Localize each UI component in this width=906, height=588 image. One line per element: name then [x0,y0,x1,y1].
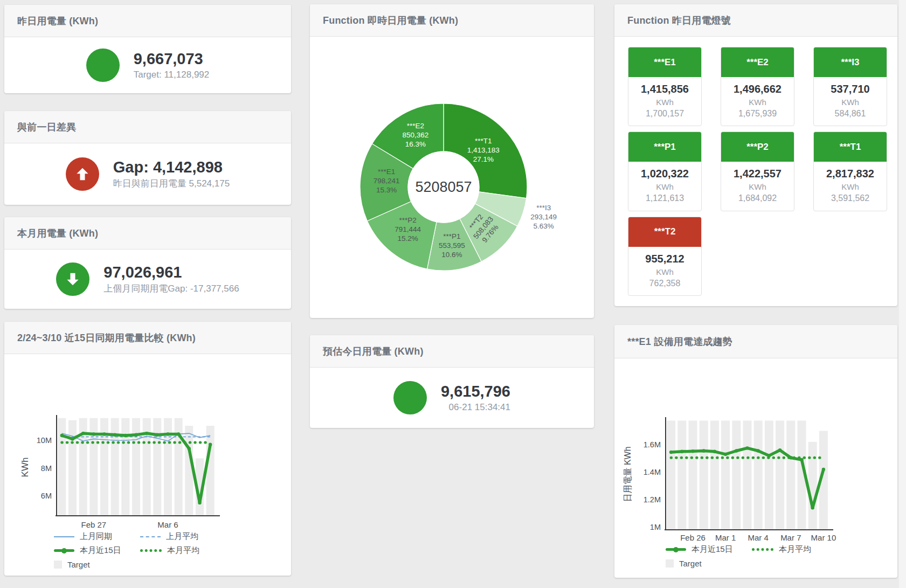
svg-text:Feb 27: Feb 27 [81,520,106,529]
panel-header: 2/24~3/10 近15日同期用電量比較 (KWh) [4,322,291,354]
panel-yesterday-lights: Function 昨日用電燈號 ***E1 1,415,856 KWh 1,70… [614,4,897,306]
svg-text:Mar 4: Mar 4 [748,533,769,542]
stat-value: 97,026,961 [103,263,239,282]
panel-header: ***E1 設備用電達成趨勢 [614,325,897,358]
panel-title: Function 昨日用電燈號 [627,14,731,27]
device-tile-e1: ***E1 1,415,856 KWh 1,700,157 [628,47,702,126]
legend-item[interactable]: Target [54,559,140,570]
tile-unit: KWh [628,266,701,278]
device-tile-e2: ***E2 1,496,662 KWh 1,675,939 [721,47,794,126]
tile-target: 1,684,092 [721,192,794,204]
svg-text:5208057: 5208057 [415,179,472,195]
device-tile-t1: ***T1 2,817,832 KWh 3,591,562 [813,132,887,211]
stat-value: Gap: 4,142,898 [113,158,230,177]
device-tile-p1: ***P1 1,020,322 KWh 1,121,613 [628,132,702,211]
arrow-up-circle-icon [66,157,99,191]
panel-header: 昨日用電量 (KWh) [4,5,291,37]
svg-text:Mar 10: Mar 10 [811,533,836,542]
device-tile-p2: ***P2 1,422,557 KWh 1,684,092 [721,132,794,211]
legend-item[interactable]: 本月近15日 [54,545,140,556]
svg-text:1.4M: 1.4M [644,468,661,476]
legend-item[interactable]: Target [666,558,752,569]
svg-text:日用電量 KWh: 日用電量 KWh [623,446,632,502]
svg-text:1.2M: 1.2M [644,495,661,504]
svg-text:6M: 6M [41,492,52,500]
tile-unit: KWh [814,96,887,108]
status-circle-icon [393,381,427,414]
target-swatch-icon [666,559,674,568]
stat-timestamp: 06-21 15:34:41 [441,402,510,413]
panel-title: 預估今日用電量 (KWh) [323,345,424,358]
device-tile-header: ***T2 [628,217,701,247]
tile-target: 584,861 [814,108,887,120]
device-tile-header: ***E2 [721,47,794,77]
tile-unit: KWh [628,181,701,192]
svg-text:8M: 8M [41,464,52,473]
legend-item[interactable]: 本月平均 [140,545,199,556]
dashboard: 昨日用電量 (KWh) 9,667,073 Target: 11,128,992… [0,0,906,588]
device-tile-header: ***E1 [628,47,701,77]
tile-value: 1,422,557 [721,167,794,181]
chart-legend: 本月近15日 本月平均 Target [666,544,811,569]
device-tile-i3: ***I3 537,710 KWh 584,861 [813,47,887,126]
panel-title: ***E1 設備用電達成趨勢 [627,335,732,348]
svg-text:***I3293,1495.63%: ***I3293,1495.63% [530,204,557,230]
tile-value: 1,496,662 [721,82,794,96]
svg-text:Mar 7: Mar 7 [780,533,801,542]
scrollbar-track[interactable] [899,0,906,588]
tile-unit: KWh [814,181,887,192]
tile-value: 537,710 [814,82,887,96]
panel-realtime-usage: Function 即時日用電量 (KWh) ***T11,413,18327.1… [310,4,594,318]
tile-value: 1,415,856 [628,82,701,96]
svg-text:KWh: KWh [20,458,30,478]
legend-item[interactable]: 本月平均 [752,544,811,555]
svg-text:1.6M: 1.6M [644,440,661,449]
tile-target: 762,358 [628,278,701,289]
panel-title: 與前一日差異 [17,121,76,134]
legend-item[interactable]: 上月平均 [140,531,199,542]
tile-value: 2,817,832 [814,167,887,181]
tile-unit: KWh [628,96,701,108]
stat-value: 9,615,796 [441,382,510,401]
panel-compare-15d: 2/24~3/10 近15日同期用電量比較 (KWh) 6M8M10MFeb 2… [4,322,291,576]
stat-value: 9,667,073 [134,50,210,68]
line-solid-swatch-icon [54,536,74,537]
svg-text:1M: 1M [650,523,661,531]
panel-header: Function 即時日用電量 (KWh) [310,4,594,37]
line-dashed-swatch-icon [140,536,161,537]
panel-header: 預估今日用電量 (KWh) [310,335,594,368]
device-tile-grid: ***E1 1,415,856 KWh 1,700,157 ***E2 1,49… [614,37,897,306]
stat-subtitle: 上個月同期用電Gap: -17,377,566 [103,282,239,295]
tile-unit: KWh [721,96,794,108]
realtime-usage-donut-chart[interactable]: ***T11,413,18327.1%***I3293,1495.63%***T… [310,37,594,318]
line-thick-swatch-icon [666,548,686,551]
device-tile-header: ***P1 [628,132,701,162]
panel-title: 本月用電量 (KWh) [17,227,98,240]
panel-title: Function 即時日用電量 (KWh) [323,14,458,27]
chart-legend: 上月同期 上月平均 本月近15日 本月平均 Target [54,531,199,570]
panel-month-usage: 本月用電量 (KWh) 97,026,961 上個月同期用電Gap: -17,3… [4,217,291,309]
panel-header: 本月用電量 (KWh) [4,217,291,250]
svg-text:Mar 6: Mar 6 [157,520,178,529]
legend-item[interactable]: 本月近15日 [666,544,752,555]
stat-subtitle: 昨日與前日用電量 5,524,175 [113,177,230,190]
legend-item[interactable]: 上月同期 [54,531,140,542]
line-dotted-swatch-icon [752,548,773,551]
tile-unit: KWh [721,181,794,192]
panel-title: 昨日用電量 (KWh) [17,15,98,27]
line-dotted-swatch-icon [140,549,162,552]
svg-text:Feb 26: Feb 26 [680,533,706,542]
device-tile-header: ***I3 [814,47,887,77]
stat-subtitle: Target: 11,128,992 [134,70,210,80]
panel-title: 2/24~3/10 近15日同期用電量比較 (KWh) [17,331,196,344]
panel-prev-day-gap: 與前一日差異 Gap: 4,142,898 昨日與前日用電量 5,524,175 [4,111,291,205]
arrow-down-circle-icon [56,262,89,296]
tile-value: 955,212 [628,252,701,266]
panel-header: Function 昨日用電燈號 [614,4,897,37]
device-tile-t2: ***T2 955,212 KWh 762,358 [628,217,702,296]
line-thick-swatch-icon [54,549,74,552]
svg-text:Mar 1: Mar 1 [715,533,736,542]
panel-today-estimate: 預估今日用電量 (KWh) 9,615,796 06-21 15:34:41 [310,335,594,428]
tile-target: 3,591,562 [814,192,887,204]
status-circle-icon [86,49,120,82]
